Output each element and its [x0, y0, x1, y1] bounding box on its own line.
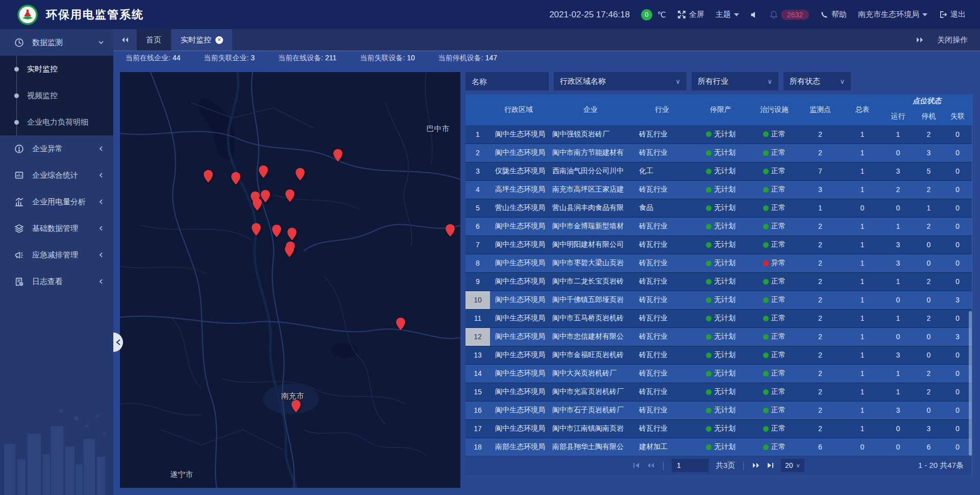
tab-realtime-monitor[interactable]: 实时监控 ✕	[172, 29, 232, 51]
page-size-select[interactable]: 20 ∨	[781, 459, 804, 472]
help-button[interactable]: 帮助	[820, 10, 847, 19]
name-filter-input[interactable]	[465, 72, 549, 90]
cell-plan: 无计划	[690, 235, 751, 254]
tabs-scroll-left-button[interactable]	[113, 29, 137, 51]
cell-plan: 无计划	[690, 346, 751, 364]
notifications-button[interactable]: 2632	[770, 10, 809, 20]
cell-points: 2	[797, 144, 843, 162]
fullscreen-button[interactable]: 全屏	[677, 10, 704, 19]
tab-home[interactable]: 首页	[137, 29, 170, 51]
logout-button[interactable]: 退出	[939, 10, 966, 19]
table-row[interactable]: 17 阆中生态环境局 阆中市江南镇阆南页岩 砖瓦行业 无计划 正常 2 1 0 …	[465, 419, 972, 438]
tab-close-icon[interactable]: ✕	[215, 36, 223, 44]
region-filter-select[interactable]: 行政区域名称 ∨	[554, 72, 687, 90]
table-row[interactable]: 18 南部生态环境局 南部县翔华土陶有限公 建材加工 无计划 正常 6 0 0 …	[465, 438, 972, 456]
table-row[interactable]: 8 阆中生态环境局 阆中市枣碧大梁山页岩 砖瓦行业 无计划 异常 2 1 3 0…	[465, 254, 972, 272]
cell-lost: 3	[943, 327, 972, 346]
cell-plan: 无计划	[690, 364, 751, 383]
col-group-point-status: 点位状态	[881, 95, 972, 108]
sidebar-item-log-view[interactable]: 日志查看	[0, 268, 113, 295]
table-row[interactable]: 12 阆中生态环境局 阆中市忠信建材有限公 砖瓦行业 无计划 正常 2 1 0 …	[465, 327, 972, 346]
map-pin-icon[interactable]	[258, 165, 269, 178]
map-pin-icon[interactable]	[284, 189, 296, 202]
cell-plan: 无计划	[690, 383, 751, 401]
theme-dropdown[interactable]: 主题	[716, 10, 739, 19]
map-pin-icon[interactable]	[230, 172, 241, 185]
map-pin-icon[interactable]	[286, 227, 298, 241]
cell-lost: 0	[943, 162, 972, 180]
cell-plan: 无计划	[690, 144, 751, 162]
cell-region: 阆中生态环境局	[490, 235, 547, 254]
table-row[interactable]: 7 阆中生态环境局 阆中明阳建材有限公司 砖瓦行业 无计划 正常 2 1 3 0…	[465, 235, 972, 254]
status-filter-select[interactable]: 所有状态 ∨	[783, 72, 851, 90]
map-pin-icon[interactable]	[251, 223, 262, 236]
sidebar-item-power-load-detail[interactable]: 企业电力负荷明细	[0, 109, 113, 135]
table-row[interactable]: 11 阆中生态环境局 阆中市五马桥页岩机砖 砖瓦行业 无计划 正常 2 1 1 …	[465, 309, 972, 327]
table-row[interactable]: 13 阆中生态环境局 阆中市金福旺页岩机砖 砖瓦行业 无计划 正常 2 1 3 …	[465, 346, 972, 364]
cell-region: 阆中生态环境局	[490, 144, 547, 162]
prev-page-button[interactable]	[647, 462, 655, 468]
cell-running: 0	[881, 327, 915, 346]
table-row[interactable]: 3 仪陇生态环境局 西南油气田分公司川中 化工 无计划 正常 7 1 3 5 0	[465, 162, 972, 180]
sound-button[interactable]	[750, 11, 758, 19]
sidebar-item-power-analysis[interactable]: 企业用电量分析	[0, 188, 113, 215]
sidebar-item-realtime-monitor[interactable]: 实时监控	[0, 56, 113, 82]
industry-filter-select[interactable]: 所有行业 ∨	[692, 72, 778, 90]
table-row[interactable]: 16 阆中生态环境局 阆中市石子页岩机砖厂 砖瓦行业 无计划 正常 2 1 3 …	[465, 401, 972, 419]
cell-company: 南部县翔华土陶有限公	[547, 438, 634, 456]
sidebar-item-base-data[interactable]: 基础数据管理	[0, 215, 113, 242]
org-dropdown[interactable]: 南充市生态环境局	[858, 10, 927, 19]
map-pin-icon[interactable]	[332, 149, 344, 162]
table-scroll-area[interactable]: 行政区域 企业 行业 停限产 治污设施 监测点 总表 点位状态	[465, 95, 972, 456]
last-page-button[interactable]	[767, 462, 774, 468]
col-points: 监测点	[797, 95, 843, 125]
table-scrollbar[interactable]	[969, 95, 972, 456]
cell-meters: 1	[843, 217, 881, 235]
cell-region: 南部生态环境局	[490, 438, 547, 456]
table-row[interactable]: 5 营山生态环境局 营山县润丰肉食品有限 食品 无计划 正常 1 0 0 1 0	[465, 199, 972, 217]
sidebar-item-emergency-reduction[interactable]: 应急减排管理	[0, 242, 113, 268]
map-pin-icon[interactable]	[395, 317, 406, 331]
table-row[interactable]: 4 高坪生态环境局 南充市高坪区王家店建 砖瓦行业 无计划 正常 3 1 2 2…	[465, 180, 972, 199]
map-pin-icon[interactable]	[203, 170, 214, 183]
page-number-input[interactable]	[672, 459, 708, 472]
map-pin-icon[interactable]	[271, 224, 282, 238]
map-panel[interactable]: 巴中市南充市遂宁市	[120, 72, 460, 488]
sidebar-item-data-monitor[interactable]: 数据监测	[0, 29, 113, 56]
row-index: 7	[465, 235, 490, 254]
map-pin-icon[interactable]	[284, 244, 295, 257]
table-row[interactable]: 2 阆中生态环境局 阆中市南方节能建材有 砖瓦行业 无计划 正常 2 1 0 3…	[465, 144, 972, 162]
close-operations-button[interactable]: 关闭操作	[937, 35, 968, 45]
sidebar-item-enterprise-abnormal[interactable]: 企业异常	[0, 135, 113, 162]
table-row[interactable]: 10 阆中生态环境局 阆中千佛镇五郎垭页岩 砖瓦行业 无计划 正常 2 1 0 …	[465, 291, 972, 309]
chevron-left-icon	[98, 199, 104, 205]
next-page-button[interactable]	[752, 462, 760, 468]
map-pin-icon[interactable]	[252, 198, 263, 211]
scrollbar-thumb[interactable]	[969, 311, 972, 456]
sidebar-item-video-monitor[interactable]: 视频监控	[0, 82, 113, 109]
sidebar-item-enterprise-statistics[interactable]: 企业综合统计	[0, 162, 113, 188]
table-row[interactable]: 1 阆中生态环境局 阆中强锐页岩砖厂 砖瓦行业 无计划 正常 2 1 1 2 0	[465, 125, 972, 144]
chevron-left-icon	[98, 252, 104, 258]
tabs-scroll-right-button[interactable]	[916, 37, 924, 43]
table-row[interactable]: 15 阆中生态环境局 阆中市光富页岩机砖厂 砖瓦行业 无计划 正常 2 1 1 …	[465, 383, 972, 401]
cell-points: 2	[797, 383, 843, 401]
cell-stopped: 0	[915, 327, 943, 346]
map-pin-icon[interactable]	[290, 399, 302, 413]
first-page-button[interactable]	[633, 462, 640, 468]
table-row[interactable]: 14 阆中生态环境局 阆中大兴页岩机砖厂 砖瓦行业 无计划 正常 2 1 1 2…	[465, 364, 972, 383]
cell-running: 1	[881, 217, 915, 235]
table-row[interactable]: 6 阆中生态环境局 阆中市金博瑞新型墙材 砖瓦行业 无计划 正常 2 1 1 2…	[465, 217, 972, 235]
row-index: 18	[465, 438, 490, 456]
cell-industry: 建材加工	[634, 438, 690, 456]
cell-meters: 1	[843, 272, 881, 291]
map-pin-icon[interactable]	[295, 168, 306, 181]
map-pin-icon[interactable]	[445, 224, 456, 237]
enterprise-table-card: 行政区域 企业 行业 停限产 治污设施 监测点 总表 点位状态	[465, 95, 972, 475]
cell-lost: 0	[943, 346, 972, 364]
table-row[interactable]: 9 阆中生态环境局 阆中市二龙长宝页岩砖 砖瓦行业 无计划 正常 2 1 1 2…	[465, 272, 972, 291]
cell-facility: 正常	[751, 291, 797, 309]
cell-meters: 1	[843, 346, 881, 364]
plan-status-dot	[706, 224, 712, 229]
cell-region: 阆中生态环境局	[490, 272, 547, 291]
